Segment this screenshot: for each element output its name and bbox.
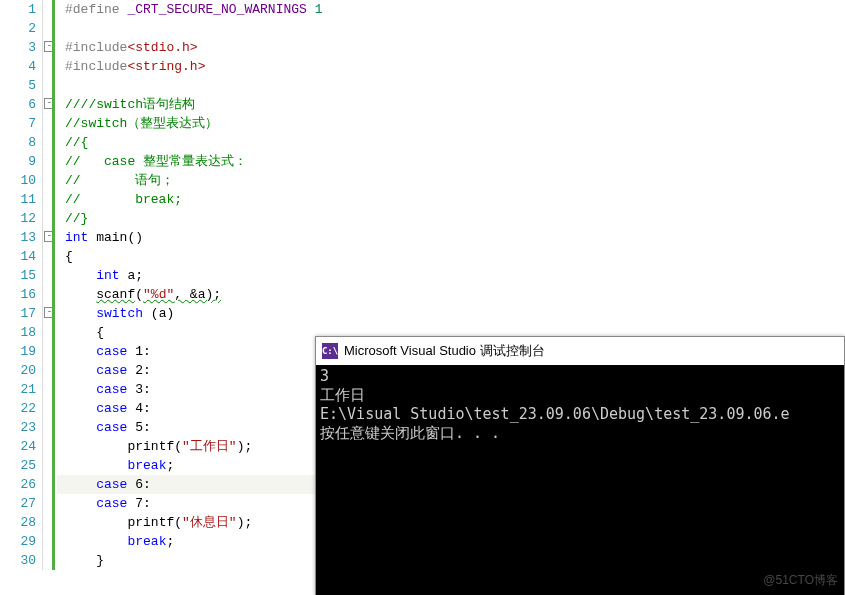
line-number-gutter: 123 456 789 101112 131415 161718 192021 … bbox=[0, 0, 42, 570]
token: a; bbox=[120, 268, 143, 283]
token: main() bbox=[88, 230, 143, 245]
comment: ////switch语句结构 bbox=[65, 97, 195, 112]
vs-icon: C:\ bbox=[322, 343, 338, 359]
token: #include bbox=[65, 40, 127, 55]
warning-squiggle: scanf bbox=[96, 287, 135, 302]
keyword: case bbox=[96, 420, 127, 435]
keyword: case bbox=[96, 382, 127, 397]
comment: // 语句； bbox=[65, 173, 174, 188]
comment: //} bbox=[65, 211, 88, 226]
comment: // case 整型常量表达式： bbox=[65, 154, 247, 169]
comment: // break; bbox=[65, 192, 182, 207]
keyword: int bbox=[65, 230, 88, 245]
console-output: 3 工作日 E:\Visual Studio\test_23.09.06\Deb… bbox=[316, 365, 844, 445]
change-marker bbox=[52, 0, 55, 570]
comment: //switch（整型表达式） bbox=[65, 116, 218, 131]
keyword: switch bbox=[96, 306, 143, 321]
token: { bbox=[96, 325, 104, 340]
token: #define bbox=[65, 2, 127, 17]
token: (a) bbox=[143, 306, 174, 321]
token: <stdio.h> bbox=[127, 40, 197, 55]
keyword: int bbox=[96, 268, 119, 283]
console-title-text: Microsoft Visual Studio 调试控制台 bbox=[344, 337, 545, 365]
console-titlebar[interactable]: C:\ Microsoft Visual Studio 调试控制台 bbox=[316, 337, 844, 365]
token: { bbox=[65, 249, 73, 264]
comment: //{ bbox=[65, 135, 88, 150]
watermark: @51CTO博客 bbox=[763, 572, 838, 589]
token: <string.h> bbox=[127, 59, 205, 74]
token: #include bbox=[65, 59, 127, 74]
keyword: case bbox=[96, 363, 127, 378]
keyword: case bbox=[96, 401, 127, 416]
debug-console-window[interactable]: C:\ Microsoft Visual Studio 调试控制台 3 工作日 … bbox=[315, 336, 845, 595]
keyword: case bbox=[96, 344, 127, 359]
